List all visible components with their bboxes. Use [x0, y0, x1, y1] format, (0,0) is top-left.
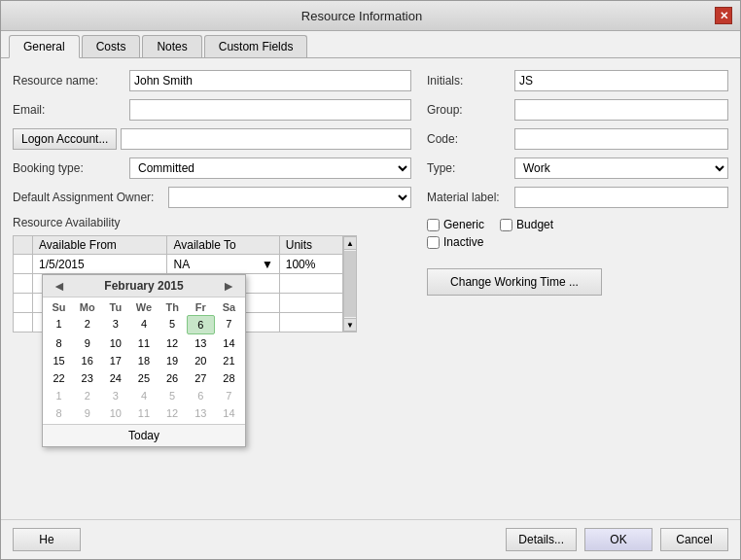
group-input[interactable] — [514, 99, 728, 121]
cal-day-21[interactable]: 21 — [215, 352, 243, 369]
logon-input[interactable] — [121, 128, 411, 150]
cal-day-17[interactable]: 17 — [101, 352, 129, 369]
type-select[interactable]: Work Material Cost — [514, 158, 728, 179]
scroll-down-arrow[interactable]: ▼ — [343, 318, 357, 332]
availability-scrollbar[interactable]: ▲ ▼ — [343, 235, 357, 332]
cal-day-20[interactable]: 20 — [187, 352, 215, 369]
scroll-up-arrow[interactable]: ▲ — [343, 236, 357, 250]
initials-input[interactable] — [514, 70, 728, 91]
default-owner-label: Default Assignment Owner: — [13, 191, 168, 204]
logon-account-button[interactable]: Logon Account... — [13, 128, 117, 150]
help-button[interactable]: He — [13, 528, 81, 551]
code-row: Code: — [427, 128, 728, 150]
inactive-checkbox[interactable] — [427, 236, 440, 249]
footer-right: Details... OK Cancel — [506, 528, 728, 551]
cal-day-15[interactable]: 15 — [45, 352, 73, 369]
cal-day-27[interactable]: 27 — [187, 369, 215, 387]
cal-day-om-1[interactable]: 1 — [45, 387, 73, 404]
today-button[interactable]: Today — [43, 424, 245, 446]
budget-label: Budget — [516, 218, 553, 231]
generic-checkbox-item: Generic — [427, 218, 484, 231]
cal-day-om-11[interactable]: 11 — [129, 404, 158, 422]
cal-day-3[interactable]: 3 — [101, 315, 129, 334]
resource-name-row: Resource name: — [13, 70, 411, 91]
email-input[interactable] — [129, 99, 411, 121]
scroll-thumb[interactable] — [344, 251, 356, 317]
tab-costs[interactable]: Costs — [82, 35, 141, 57]
to-dropdown-icon[interactable]: ▼ — [262, 258, 273, 271]
row-units[interactable]: 100% — [279, 255, 342, 274]
cal-day-om-9[interactable]: 9 — [73, 404, 101, 422]
cal-day-om-4[interactable]: 4 — [129, 387, 158, 404]
cal-day-8[interactable]: 8 — [45, 334, 73, 352]
booking-type-label: Booking type: — [13, 161, 129, 175]
cal-day-12[interactable]: 12 — [159, 334, 187, 352]
cal-day-23[interactable]: 23 — [73, 369, 101, 387]
booking-type-row: Booking type: Committed Proposed — [13, 158, 411, 179]
booking-type-select[interactable]: Committed Proposed — [129, 158, 411, 179]
type-row: Type: Work Material Cost — [427, 158, 728, 179]
tab-general[interactable]: General — [9, 35, 80, 58]
cal-day-om-10[interactable]: 10 — [101, 404, 129, 422]
col-units: Units — [279, 236, 342, 255]
cal-day-9[interactable]: 9 — [73, 334, 101, 352]
calendar-next-button[interactable]: ► — [218, 278, 239, 294]
cal-day-18[interactable]: 18 — [129, 352, 158, 369]
group-label: Group: — [427, 103, 514, 117]
cal-day-16[interactable]: 16 — [73, 352, 101, 369]
cal-day-om-14[interactable]: 14 — [215, 404, 243, 422]
row-from[interactable]: 1/5/2015 — [33, 255, 167, 274]
cal-day-22[interactable]: 22 — [45, 369, 73, 387]
material-label-label: Material label: — [427, 191, 514, 204]
cal-day-om-13[interactable]: 13 — [187, 404, 215, 422]
resource-name-input[interactable] — [129, 70, 411, 91]
cal-day-25[interactable]: 25 — [129, 369, 158, 387]
dialog-body: Resource name: Email: Logon Account... B… — [1, 58, 740, 519]
cal-day-om-5[interactable]: 5 — [159, 387, 187, 404]
cal-day-28[interactable]: 28 — [215, 369, 243, 387]
col-available-to: Available To — [167, 236, 279, 255]
details-button[interactable]: Details... — [506, 528, 577, 551]
cal-day-24[interactable]: 24 — [101, 369, 129, 387]
ok-button[interactable]: OK — [584, 528, 653, 551]
availability-label: Resource Availability — [13, 216, 411, 229]
cal-day-13[interactable]: 13 — [187, 334, 215, 352]
cal-day-om-3[interactable]: 3 — [101, 387, 129, 404]
budget-checkbox[interactable] — [500, 219, 512, 231]
material-label-input[interactable] — [514, 187, 728, 208]
cal-day-19[interactable]: 19 — [159, 352, 187, 369]
code-input[interactable] — [514, 128, 728, 150]
cal-day-4[interactable]: 4 — [129, 315, 158, 334]
row-check — [14, 255, 33, 274]
tab-custom-fields[interactable]: Custom Fields — [204, 35, 308, 57]
cal-day-om-8[interactable]: 8 — [45, 404, 73, 422]
cal-day-10[interactable]: 10 — [101, 334, 129, 352]
calendar-prev-button[interactable]: ◄ — [49, 278, 70, 294]
day-header-su: Su — [45, 299, 73, 315]
cal-day-om-6[interactable]: 6 — [187, 387, 215, 404]
cal-day-7[interactable]: 7 — [215, 315, 243, 334]
cal-day-1[interactable]: 1 — [45, 315, 73, 334]
col-available-from: Available From — [33, 236, 167, 255]
day-header-th: Th — [159, 299, 187, 315]
default-owner-select[interactable] — [168, 187, 411, 208]
cal-day-11[interactable]: 11 — [129, 334, 158, 352]
cal-day-om-7[interactable]: 7 — [215, 387, 243, 404]
tab-notes[interactable]: Notes — [142, 35, 201, 57]
default-owner-row: Default Assignment Owner: — [13, 187, 411, 208]
change-working-time-button[interactable]: Change Working Time ... — [427, 268, 602, 296]
generic-label: Generic — [443, 218, 484, 231]
left-column: Resource name: Email: Logon Account... B… — [13, 70, 411, 332]
group-row: Group: — [427, 99, 728, 121]
close-button[interactable]: ✕ — [715, 7, 732, 24]
cal-day-26[interactable]: 26 — [159, 369, 187, 387]
cal-day-5[interactable]: 5 — [159, 315, 187, 334]
cal-day-6[interactable]: 6 — [187, 315, 215, 334]
checkboxes-row: Generic Budget — [427, 218, 728, 231]
cal-day-14[interactable]: 14 — [215, 334, 243, 352]
cancel-button[interactable]: Cancel — [660, 528, 728, 551]
cal-day-om-2[interactable]: 2 — [73, 387, 101, 404]
generic-checkbox[interactable] — [427, 219, 440, 231]
cal-day-2[interactable]: 2 — [73, 315, 101, 334]
cal-day-om-12[interactable]: 12 — [159, 404, 187, 422]
